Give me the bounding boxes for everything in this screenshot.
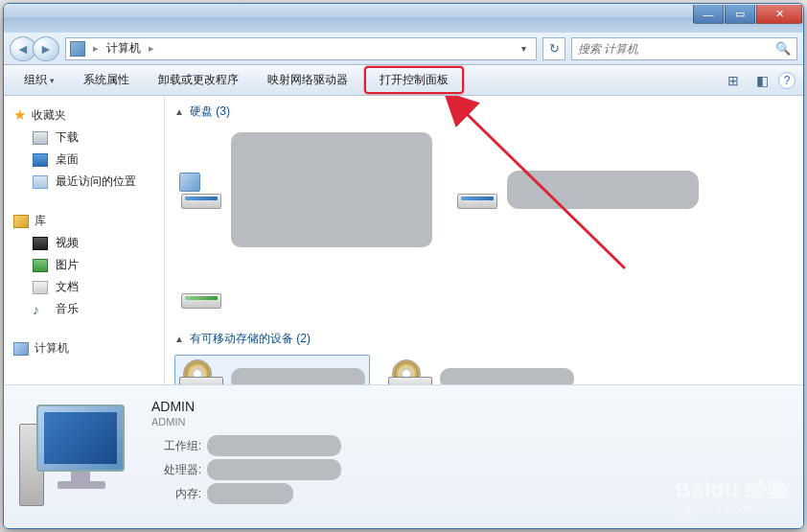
bd-icon: BD <box>388 359 432 384</box>
breadcrumb[interactable]: 计算机 <box>106 40 141 57</box>
sidebar-item-documents[interactable]: 文档 <box>4 276 164 298</box>
map-network-drive-button[interactable]: 映射网络驱动器 <box>255 67 360 93</box>
path-sep: ▸ <box>93 42 99 55</box>
details-text: ADMIN ADMIN 工作组: 处理器: 内存: <box>151 397 341 517</box>
sidebar-item-desktop[interactable]: 桌面 <box>4 149 164 171</box>
group-label[interactable]: 硬盘 (3) <box>190 104 230 120</box>
search-icon: 🔍 <box>775 41 791 56</box>
sidebar-label: 计算机 <box>35 340 69 357</box>
picture-icon <box>33 259 48 272</box>
group-header-hdd: ▲ 硬盘 (3) <box>165 96 803 124</box>
collapse-icon[interactable]: ▲ <box>174 334 184 344</box>
sidebar-head-libraries[interactable]: 库 <box>4 210 164 232</box>
sidebar-group-computer: 计算机 <box>4 337 164 359</box>
sidebar-label: 收藏夹 <box>32 107 66 124</box>
memory-label: 内存: <box>151 486 201 502</box>
desktop-icon <box>33 153 48 167</box>
help-button[interactable]: ? <box>778 72 795 89</box>
maximize-button[interactable]: ▭ <box>725 5 755 24</box>
path-sep: ▸ <box>149 42 154 55</box>
open-control-panel-button[interactable]: 打开控制面板 <box>364 66 464 94</box>
address-dropdown[interactable]: ▾ <box>515 43 532 54</box>
redacted-label <box>507 171 699 209</box>
sidebar: ★ 收藏夹 下载 桌面 最近访问的位置 库 视频 图片 文档 ♪音乐 <box>4 96 165 384</box>
nav-row: ◄ ► ▸ 计算机 ▸ ▾ ↻ 🔍 <box>4 33 803 65</box>
drive-icon <box>455 171 499 209</box>
collapse-icon[interactable]: ▲ <box>174 106 184 117</box>
details-grid: 工作组: 处理器: 内存: <box>151 435 341 504</box>
sidebar-group-favorites: ★ 收藏夹 下载 桌面 最近访问的位置 <box>4 104 164 193</box>
star-icon: ★ <box>13 106 26 124</box>
details-subtitle: ADMIN <box>151 416 341 428</box>
sidebar-item-computer[interactable]: 计算机 <box>4 337 164 359</box>
details-pane: ADMIN ADMIN 工作组: 处理器: 内存: Baidu 经验 jingy… <box>4 384 803 528</box>
address-bar[interactable]: ▸ 计算机 ▸ ▾ <box>65 37 537 60</box>
computer-icon <box>13 342 29 356</box>
drive-tile[interactable] <box>174 127 437 252</box>
sidebar-item-downloads[interactable]: 下载 <box>4 127 164 149</box>
forward-button[interactable]: ► <box>33 36 59 61</box>
downloads-icon <box>33 131 48 145</box>
music-icon: ♪ <box>33 303 48 316</box>
watermark: Baidu 经验 jingyan.baidu.com <box>676 475 790 515</box>
toolbar: 组织 系统属性 卸载或更改程序 映射网络驱动器 打开控制面板 ⊞ ◧ ? <box>4 65 803 96</box>
sidebar-group-libraries: 库 视频 图片 文档 ♪音乐 <box>4 210 164 320</box>
dvd-icon: DVD <box>179 359 223 384</box>
search-box[interactable]: 🔍 <box>571 37 797 60</box>
group-label[interactable]: 有可移动存储的设备 (2) <box>190 331 311 347</box>
nav-arrows: ◄ ► <box>10 36 59 61</box>
bd-drive-tile[interactable]: BD <box>383 355 579 384</box>
content-area: ▲ 硬盘 (3) ▲ 有可移动存储的设备 (2) <box>165 96 803 384</box>
change-view-button[interactable]: ⊞ <box>721 70 746 91</box>
drive-icon <box>179 270 223 309</box>
computer-icon <box>70 41 85 57</box>
removable-items: DVD BD <box>165 351 803 384</box>
sidebar-head-favorites[interactable]: ★ 收藏夹 <box>4 104 164 127</box>
computer-large-icon <box>19 405 134 510</box>
refresh-button[interactable]: ↻ <box>542 37 565 60</box>
redacted-value <box>207 483 293 504</box>
drive-tile[interactable] <box>174 266 794 313</box>
system-properties-button[interactable]: 系统属性 <box>71 67 142 93</box>
redacted-label <box>231 368 365 384</box>
titlebar: — ▭ ✕ <box>4 4 803 33</box>
sidebar-label: 库 <box>35 213 46 229</box>
search-input[interactable] <box>578 42 770 56</box>
explorer-window: — ▭ ✕ ◄ ► ▸ 计算机 ▸ ▾ ↻ 🔍 组织 系统属性 卸载或更改程序 … <box>3 3 804 529</box>
group-header-removable: ▲ 有可移动存储的设备 (2) <box>165 323 803 351</box>
uninstall-programs-button[interactable]: 卸载或更改程序 <box>146 67 251 93</box>
sidebar-item-videos[interactable]: 视频 <box>4 232 164 254</box>
workgroup-label: 工作组: <box>151 438 201 454</box>
redacted-value <box>207 459 341 480</box>
sidebar-item-pictures[interactable]: 图片 <box>4 254 164 276</box>
drive-tile[interactable] <box>450 127 703 252</box>
sidebar-item-music[interactable]: ♪音乐 <box>4 298 164 320</box>
redacted-label <box>440 368 574 384</box>
video-icon <box>33 237 48 250</box>
drive-icon <box>179 171 223 209</box>
redacted-value <box>207 435 341 456</box>
library-icon <box>13 215 29 228</box>
sidebar-item-recent[interactable]: 最近访问的位置 <box>4 171 164 193</box>
close-button[interactable]: ✕ <box>756 5 802 24</box>
document-icon <box>33 281 48 294</box>
body: ★ 收藏夹 下载 桌面 最近访问的位置 库 视频 图片 文档 ♪音乐 <box>4 96 803 384</box>
redacted-label <box>231 132 432 247</box>
organize-menu[interactable]: 组织 <box>12 67 67 93</box>
hdd-items <box>165 124 803 323</box>
minimize-button[interactable]: — <box>693 5 724 24</box>
recent-icon <box>33 175 48 189</box>
processor-label: 处理器: <box>151 462 201 478</box>
preview-pane-button[interactable]: ◧ <box>749 70 774 91</box>
details-name: ADMIN <box>151 399 341 414</box>
dvd-drive-tile[interactable]: DVD <box>174 355 370 384</box>
